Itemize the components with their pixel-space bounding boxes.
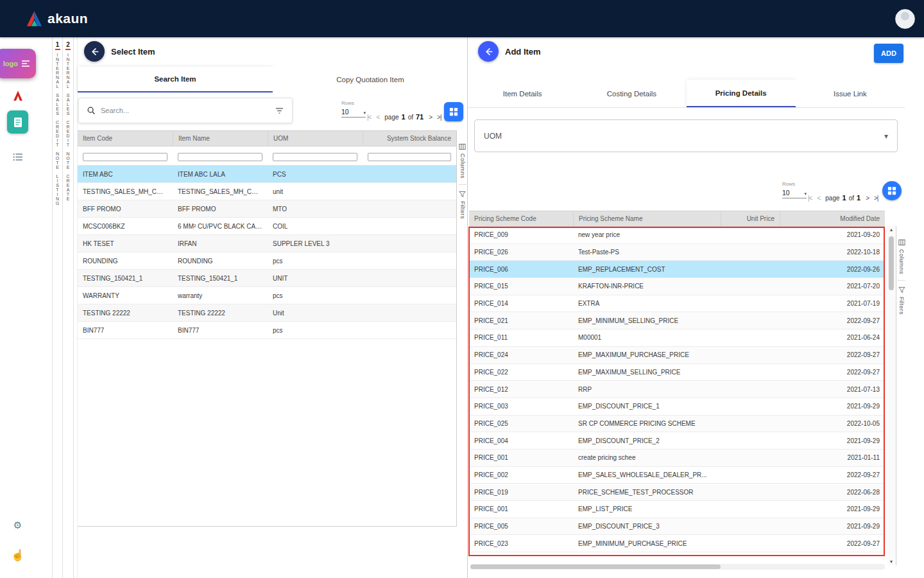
uom-select[interactable]: UOM ▾ [474, 119, 898, 152]
item-row[interactable]: ITEM ABC ITEM ABC LALA PCS [78, 166, 456, 183]
column-header[interactable]: Pricing Scheme Code [469, 211, 573, 226]
tab-label: Costing Details [607, 90, 656, 98]
column-header[interactable]: Item Code [78, 131, 173, 146]
add-button[interactable]: ADD [874, 44, 903, 63]
pricing-scheme-row[interactable]: PRICE_003 EMP_DISCOUNT_PRICE_1 2021-09-2… [469, 398, 885, 416]
column-header[interactable]: System Stock Balance [363, 131, 456, 146]
item-row[interactable]: MCSC006BKZ 6 MM² CU/PVC BLACK CABLE 10..… [78, 218, 456, 235]
pricing-scheme-row[interactable]: PRICE_004 EMP_DISCOUNT_PRICE_2 2021-09-2… [469, 432, 885, 450]
filter-lines-icon[interactable] [275, 107, 284, 114]
hand-pointer-icon[interactable]: ☝ [0, 550, 35, 561]
item-row[interactable]: TESTING_150421_1 TESTING_150421_1 UNIT [78, 270, 456, 287]
pricing-scheme-row[interactable]: PRICE_005 EMP_DISCOUNT_PRICE_3 2021-09-2… [469, 518, 885, 536]
pricing-scheme-row[interactable]: PRICE_023 EMP_MINIMUM_PURCHASE_PRICE 202… [469, 535, 885, 552]
column-filter-input[interactable] [83, 153, 167, 161]
rows-per-page-select[interactable]: 10 ▾ [782, 189, 807, 198]
columns-icon [459, 143, 466, 150]
columns-tool[interactable]: Columns [459, 143, 466, 179]
scheme-code-cell: PRICE_006 [469, 266, 573, 273]
item-row[interactable]: BIN777 BIN777 pcs [78, 322, 456, 339]
columns-tool[interactable]: Columns [898, 239, 905, 274]
back-button[interactable] [478, 41, 499, 62]
next-page-button[interactable]: > [866, 195, 869, 202]
column-header[interactable]: Pricing Scheme Name [573, 211, 721, 226]
item-code-cell: TESTING_150421_1 [78, 275, 173, 282]
back-button[interactable] [84, 41, 105, 62]
pricing-scheme-row[interactable]: PRICE_019 PRICE_SCHEME_TEST_PROCESSOR 20… [469, 484, 885, 501]
pricing-scheme-row[interactable]: PRICE_002 EMP_SALES_WHOLESALE_DEALER_PR.… [469, 467, 885, 484]
search-icon [87, 106, 96, 115]
brand-logo[interactable]: akaun [26, 11, 88, 26]
previous-page-button[interactable]: < [376, 114, 379, 121]
item-row[interactable]: BFF PROMO BFF PROMO MTO [78, 200, 456, 218]
vertical-scrollbar[interactable]: ▲ ▼ [887, 226, 895, 565]
first-page-button[interactable]: |< [808, 195, 812, 202]
filters-tool[interactable]: Filters [459, 191, 466, 219]
column-filter-input[interactable] [273, 153, 357, 161]
item-row[interactable]: ROUNDING ROUNDING pcs [78, 252, 456, 270]
workspace-logo-chip[interactable]: logo [0, 49, 36, 78]
pricing-scheme-row[interactable]: PRICE_011 M00001 2021-06-24 [469, 329, 885, 347]
pricing-scheme-row[interactable]: PRICE_024 EMP_MAXIMUM_PURCHASE_PRICE 202… [469, 347, 885, 364]
list-menu-icon[interactable] [0, 153, 35, 161]
filters-tool[interactable]: Filters [898, 286, 905, 315]
pricing-scheme-row[interactable]: PRICE_009 new year price 2021-09-20 [469, 227, 885, 244]
caret-down-icon: ▾ [363, 110, 366, 116]
pricing-scheme-row[interactable]: PRICE_001 create pricing schee 2021-01-1… [469, 450, 885, 467]
item-row[interactable]: WARRANTY warranty pcs [78, 287, 456, 304]
tab[interactable]: Search Item [78, 67, 273, 92]
pricing-table: Pricing Scheme Code Pricing Scheme Name … [469, 211, 885, 552]
scrollbar-thumb[interactable] [470, 565, 721, 569]
document-app-icon[interactable] [0, 110, 35, 134]
rows-per-page-value: 10 [341, 108, 349, 116]
settings-gear-icon[interactable]: ⚙ [0, 520, 35, 530]
scroll-up-icon[interactable]: ▲ [889, 227, 894, 232]
tab[interactable]: Copy Quotation Item [273, 67, 468, 92]
item-row[interactable]: TESTING_SALES_MH_CONTRACT TESTING_SALES_… [78, 183, 456, 200]
pricing-scheme-row[interactable]: PRICE_026 Test-Paste-PS 2022-10-18 [469, 244, 885, 261]
scheme-name-cell: EMP_SALES_WHOLESALE_DEALER_PR... [573, 471, 721, 478]
tab[interactable]: Costing Details [577, 80, 686, 107]
scheme-name-cell: EMP_MINIMUM_PURCHASE_PRICE [573, 540, 721, 547]
tab[interactable]: Item Details [468, 80, 577, 107]
column-header[interactable]: UOM [268, 131, 363, 146]
pricing-scheme-row[interactable]: PRICE_015 KRAFTON-INR-PRICE 2021-07-20 [469, 278, 885, 295]
vertical-nav-tab[interactable]: 1 INTERNAL SALES CREDIT NOTE LISTING [52, 37, 63, 578]
next-page-button[interactable]: > [429, 114, 432, 121]
scroll-down-icon[interactable]: ▼ [889, 559, 894, 564]
column-header[interactable]: Modified Date [780, 211, 885, 226]
item-row[interactable]: HK TESET IRFAN SUPPLER LEVEL 3 [78, 235, 456, 252]
first-page-button[interactable]: |< [367, 114, 371, 121]
last-page-button[interactable]: >| [874, 195, 878, 202]
item-uom-cell: pcs [268, 327, 363, 334]
vertical-nav-tab[interactable]: 2 INTERNAL SALES CREDIT NOTE CREATE [63, 37, 74, 578]
pricing-scheme-row[interactable]: PRICE_001 EMP_LIST_PRICE 2021-09-29 [469, 501, 885, 518]
arrow-left-icon [484, 47, 493, 57]
column-filter-input[interactable] [178, 153, 262, 161]
scheme-name-cell: EMP_MAXIMUM_SELLING_PRICE [573, 369, 721, 376]
scheme-code-cell: PRICE_012 [469, 386, 573, 393]
tab[interactable]: Pricing Details [687, 80, 796, 107]
column-header[interactable]: Item Name [173, 131, 268, 146]
pricing-scheme-row[interactable]: PRICE_022 EMP_MAXIMUM_SELLING_PRICE 2022… [469, 364, 885, 381]
horizontal-scrollbar[interactable] [470, 564, 885, 570]
apps-grid-button[interactable] [444, 102, 463, 121]
pricing-scheme-row[interactable]: PRICE_012 RRP 2021-07-13 [469, 381, 885, 398]
rows-per-page-select[interactable]: 10 ▾ [341, 108, 366, 118]
red-app-icon[interactable] [0, 89, 35, 103]
pricing-scheme-row[interactable]: PRICE_021 EMP_MINIMUM_SELLING_PRICE 2022… [469, 312, 885, 329]
previous-page-button[interactable]: < [817, 195, 820, 202]
tab[interactable]: Issue Link [796, 80, 905, 107]
scrollbar-thumb[interactable] [889, 236, 894, 290]
search-input[interactable] [101, 107, 270, 114]
pricing-scheme-row[interactable]: PRICE_006 EMP_REPLACEMENT_COST 2022-09-2… [469, 261, 885, 278]
item-row[interactable]: TESTING 22222 TESTING 22222 Unit [78, 304, 456, 322]
item-name-cell: warranty [173, 292, 268, 299]
column-header[interactable]: Unit Price [721, 211, 780, 226]
user-avatar[interactable] [895, 9, 915, 29]
apps-grid-button[interactable] [882, 181, 902, 200]
pricing-scheme-row[interactable]: PRICE_025 SR CP COMMERCE PRICING SCHEME … [469, 416, 885, 433]
column-filter-input[interactable] [368, 153, 451, 161]
last-page-button[interactable]: >| [437, 114, 441, 121]
pricing-scheme-row[interactable]: PRICE_014 EXTRA 2021-07-19 [469, 295, 885, 313]
